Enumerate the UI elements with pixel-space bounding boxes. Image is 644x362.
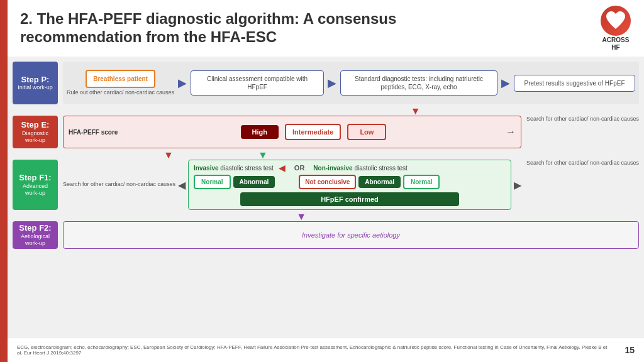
search-note-f1-right: Search for other cardiac/ non-cardiac ca…: [526, 160, 639, 210]
step-f1-row: Step F1: Advanced work-up Search for oth…: [13, 160, 639, 210]
arrow-intermediate-down: ▼: [258, 150, 268, 161]
step-p-row: Step P: Initial work-up Breathless patie…: [13, 62, 639, 104]
step-e-row: Step E: Diagnostic work-up HFA-PEFF scor…: [13, 116, 639, 148]
standard-tests-box: Standard diagnostic tests: including nat…: [340, 70, 497, 96]
not-conclusive-btn: Not conclusive: [299, 175, 356, 189]
score-low-btn: Low: [347, 124, 386, 140]
header: 2. The HFA-PEFF diagnostic algorithm: A …: [8, 0, 644, 57]
arrow-right-e: →: [506, 126, 516, 138]
investigate-label: Investigate for specific aetiology: [302, 231, 400, 239]
hfa-peff-label: HFA-PEFF score: [69, 129, 125, 136]
main-content: Step P: Initial work-up Breathless patie…: [8, 57, 644, 337]
logo: ACROSS HF: [600, 5, 631, 52]
search-note-e: Search for other cardiac/ non-cardiac ca…: [526, 116, 639, 148]
left-accent-bar: [0, 0, 8, 362]
step-p-content: Breathless patient Rule out other cardia…: [63, 62, 639, 104]
step-e-label: Step E: Diagnostic work-up: [13, 116, 58, 148]
normal-btn-1: Normal: [194, 175, 230, 189]
normal-btn-2: Normal: [403, 175, 440, 189]
breathless-box: Breathless patient: [86, 70, 155, 88]
logo-text-line2: HF: [602, 44, 630, 52]
f1-center-content: Invasive diastolic stress test ◀ OR Non-…: [188, 160, 511, 210]
or-label: OR: [294, 164, 305, 172]
step-e-content: HFA-PEFF score High Intermediate Low →: [63, 116, 521, 148]
arrow-left-f1: ◀: [178, 179, 186, 191]
logo-icon: [600, 5, 631, 36]
page-number: 15: [625, 345, 635, 355]
f1-tests-row: Invasive diastolic stress test ◀ OR Non-…: [194, 163, 506, 173]
page-title: 2. The HFA-PEFF diagnostic algorithm: A …: [20, 10, 587, 47]
breathless-item: Breathless patient Rule out other cardia…: [67, 70, 174, 97]
arrow-from-intermediate: ◀: [279, 163, 286, 173]
logo-text-line1: ACROSS: [602, 36, 630, 44]
step-f2-row: Step F2: Aetiological work-up Investigat…: [13, 221, 639, 249]
footer: ECG, electrocardiogram; echo, echocardio…: [8, 337, 644, 362]
pretest-box: Pretest results suggestive of HFpEF: [514, 75, 635, 92]
step-p-label: Step P: Initial work-up: [13, 62, 58, 104]
arrows-e-to-f1: ▼ ▼: [63, 151, 639, 160]
abnormal-btn-2: Abnormal: [358, 176, 401, 188]
arrow-right-f1: ▶: [514, 179, 521, 191]
arrow-f1-to-f2: ▼: [63, 212, 639, 221]
rule-out-note: Rule out other cardiac/ non-cardiac caus…: [67, 89, 174, 97]
score-high-btn: High: [241, 125, 279, 139]
non-invasive-label: Non-invasive diastolic stress test: [313, 165, 408, 172]
step-f2-label: Step F2: Aetiological work-up: [13, 221, 58, 249]
arrow-2: ▶: [328, 76, 336, 90]
footer-text: ECG, electrocardiogram; echo, echocardio…: [17, 344, 612, 356]
arrow-1: ▶: [178, 76, 187, 90]
step-f1-label: Step F1: Advanced work-up: [13, 160, 58, 210]
search-note-f1-left: Search for other cardiac/ non-cardiac ca…: [63, 160, 175, 210]
f1-buttons-row: Normal Abnormal Not conclusive Abnormal …: [194, 175, 506, 189]
arrow-3: ▶: [501, 76, 510, 90]
invasive-label: Invasive diastolic stress test: [194, 165, 274, 172]
hfpef-confirmed: HFpEF confirmed: [240, 192, 458, 206]
arrow-p-to-e: ▼: [63, 107, 639, 116]
clinical-box: Clinical assessment compatible with HFpE…: [191, 70, 324, 96]
step-f2-content: Investigate for specific aetiology: [63, 221, 639, 249]
score-intermediate-btn: Intermediate: [285, 124, 341, 140]
arrow-high-down: ▼: [164, 150, 174, 161]
abnormal-btn-1: Abnormal: [233, 176, 275, 188]
